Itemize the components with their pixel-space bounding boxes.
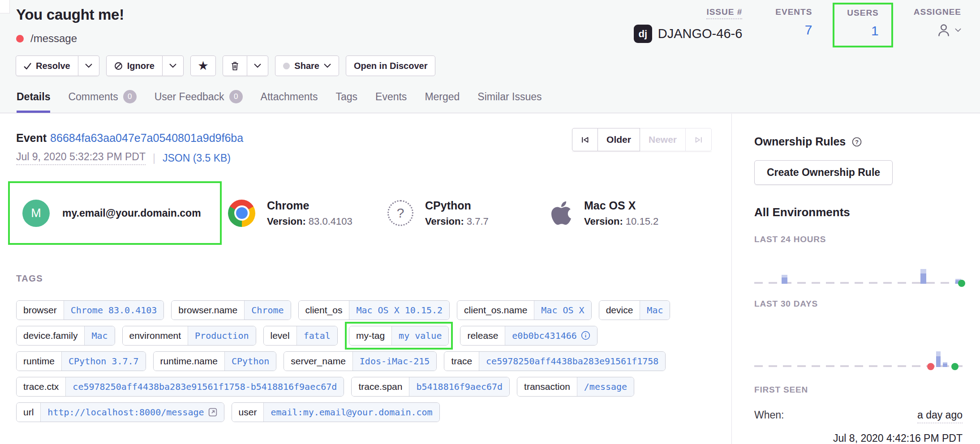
events-label: EVENTS (775, 7, 812, 17)
delete-dropdown-button[interactable] (247, 56, 268, 76)
assignee-selector[interactable] (936, 22, 961, 38)
first-seen-when-row: When: a day ago (754, 409, 963, 423)
person-icon (936, 22, 951, 38)
check-icon (24, 63, 31, 69)
browser-name: Chrome (267, 199, 352, 212)
ownership-rules-heading: Ownership Rules ? (754, 135, 962, 148)
event-context-summary: M my.email@your.domain.com Chrome Versio… (0, 180, 731, 248)
unknown-runtime-icon: ? (387, 200, 413, 226)
tag-pill-device-family[interactable]: device.familyMac (16, 326, 115, 346)
tab-attachments[interactable]: Attachments (261, 90, 318, 113)
tag-pill-environment[interactable]: environmentProduction (122, 326, 256, 346)
newer-event-button[interactable]: Newer (640, 128, 686, 151)
stat-assignee: ASSIGNEE (914, 7, 961, 38)
tag-pill-server-name[interactable]: server_nameIdos-iMac-215 (284, 351, 437, 371)
tab-merged[interactable]: Merged (425, 90, 460, 113)
last-24-hours-sparkline[interactable] (754, 258, 963, 284)
tag-pill-runtime[interactable]: runtimeCPython 3.7.7 (16, 351, 146, 371)
runtime-context: ? CPython Version:3.7.7 (387, 181, 489, 245)
tag-pill-transaction[interactable]: transaction/message (517, 377, 634, 397)
tag-pill-runtime-name[interactable]: runtime.nameCPython (153, 351, 277, 371)
event-json-link[interactable]: JSON (3.5 KB) (163, 152, 231, 164)
external-link-icon[interactable] (208, 408, 217, 417)
issue-number-label: ISSUE # (706, 7, 742, 19)
action-bar: Resolve Ignore ★ (16, 56, 435, 76)
newest-event-button[interactable] (686, 128, 712, 151)
chrome-icon (228, 200, 255, 227)
skip-to-oldest-icon (581, 137, 589, 143)
stat-issue-number: ISSUE # dj DJANGO-46-6 (634, 7, 743, 43)
help-icon[interactable]: ? (851, 137, 862, 147)
my-tag-annotation-box: my-tagmy value (345, 322, 453, 350)
culprit-path: /message (30, 32, 77, 45)
tag-pill-device[interactable]: deviceMac (599, 300, 671, 320)
resolve-dropdown-button[interactable] (78, 56, 99, 76)
share-button[interactable]: Share (275, 56, 339, 76)
os-version: 10.15.2 (626, 216, 658, 227)
tag-row: trace.ctxce5978250aff4438ba283e91561f175… (16, 374, 731, 399)
issue-tabs: Details Comments0 User Feedback0 Attachm… (17, 90, 542, 113)
users-label: USERS (847, 8, 878, 18)
tag-pill-my-tag[interactable]: my-tagmy value (349, 326, 449, 346)
tab-tags[interactable]: Tags (335, 90, 357, 113)
tag-pill-user[interactable]: useremail:my.email@your.domain.com (232, 402, 440, 422)
tag-pill-client-os[interactable]: client_osMac OS X 10.15.2 (298, 300, 450, 320)
chevron-down-icon (955, 28, 961, 32)
ignore-button[interactable]: Ignore (106, 56, 163, 76)
tab-comments[interactable]: Comments0 (68, 90, 136, 113)
tag-row: browserChrome 83.0.4103 browser.nameChro… (16, 297, 731, 323)
create-ownership-rule-button[interactable]: Create Ownership Rule (754, 160, 893, 185)
event-pagination: Older Newer (572, 128, 712, 151)
ignore-button-group: Ignore (106, 56, 184, 76)
bookmark-button[interactable]: ★ (190, 56, 216, 76)
tag-row: urlhttp://localhost:8000/message userema… (16, 399, 731, 425)
issue-title: You caught me! (16, 6, 124, 23)
tag-pill-level[interactable]: levelfatal (263, 326, 338, 346)
tab-user-feedback[interactable]: User Feedback0 (155, 90, 243, 113)
trash-icon (231, 61, 239, 71)
info-icon[interactable] (581, 331, 590, 340)
tag-pill-trace-span[interactable]: trace.spanb5418816f9aec67d (351, 377, 510, 397)
first-seen-relative: a day ago (917, 409, 963, 423)
issue-sidebar: Ownership Rules ? Create Ownership Rule … (731, 114, 980, 444)
last-30-days-sparkline[interactable] (754, 341, 963, 367)
events-count[interactable]: 7 (805, 22, 812, 38)
os-name: Mac OS X (584, 199, 658, 212)
issue-id[interactable]: dj DJANGO-46-6 (634, 25, 743, 43)
comments-count-badge: 0 (123, 90, 137, 103)
runtime-version: 3.7.7 (467, 216, 489, 227)
os-context: Mac OS X Version:10.15.2 (550, 181, 658, 245)
last-30-days-label: LAST 30 DAYS (754, 299, 962, 309)
older-event-button[interactable]: Older (598, 128, 640, 151)
tag-pill-browser[interactable]: browserChrome 83.0.4103 (16, 300, 164, 320)
tag-pill-trace[interactable]: tracece5978250aff4438ba283e91561f1758 (444, 351, 666, 371)
browser-context: Chrome Version:83.0.4103 (228, 181, 352, 245)
user-avatar: M (22, 200, 50, 227)
when-label: When: (754, 409, 784, 421)
first-seen-date: Jul 8, 2020 4:42:16 PM PDT (754, 432, 963, 444)
tag-pill-browser-name[interactable]: browser.nameChrome (171, 300, 291, 320)
ignore-dropdown-button[interactable] (163, 56, 184, 76)
user-email: my.email@your.domain.com (62, 207, 201, 219)
oldest-event-button[interactable] (572, 128, 598, 151)
users-count[interactable]: 1 (871, 23, 879, 38)
resolve-button[interactable]: Resolve (16, 56, 78, 76)
resolve-button-group: Resolve (16, 56, 99, 76)
tag-pill-release[interactable]: releasee0b0bc431466 (460, 326, 597, 346)
tab-events[interactable]: Events (375, 90, 407, 113)
tag-pill-trace-ctx[interactable]: trace.ctxce5978250aff4438ba283e91561f175… (16, 377, 344, 397)
event-id-link[interactable]: 86684fa63aa047e7a0540801a9d9f6ba (50, 132, 243, 144)
delete-button[interactable] (223, 56, 247, 76)
mute-icon (114, 62, 123, 70)
tag-pill-url[interactable]: urlhttp://localhost:8000/message (16, 402, 224, 422)
tab-details[interactable]: Details (17, 90, 50, 113)
first-seen-label: FIRST SEEN (754, 385, 962, 395)
share-status-dot (283, 63, 290, 69)
culprit-row: /message (16, 32, 77, 45)
chevron-down-icon (324, 64, 331, 68)
error-level-dot (16, 35, 24, 43)
tab-similar-issues[interactable]: Similar Issues (477, 90, 542, 113)
tag-pill-client-os-name[interactable]: client_os.nameMac OS X (457, 300, 592, 320)
issue-header: You caught me! /message Resolve Ignore (0, 0, 980, 113)
open-in-discover-button[interactable]: Open in Discover (346, 56, 436, 76)
